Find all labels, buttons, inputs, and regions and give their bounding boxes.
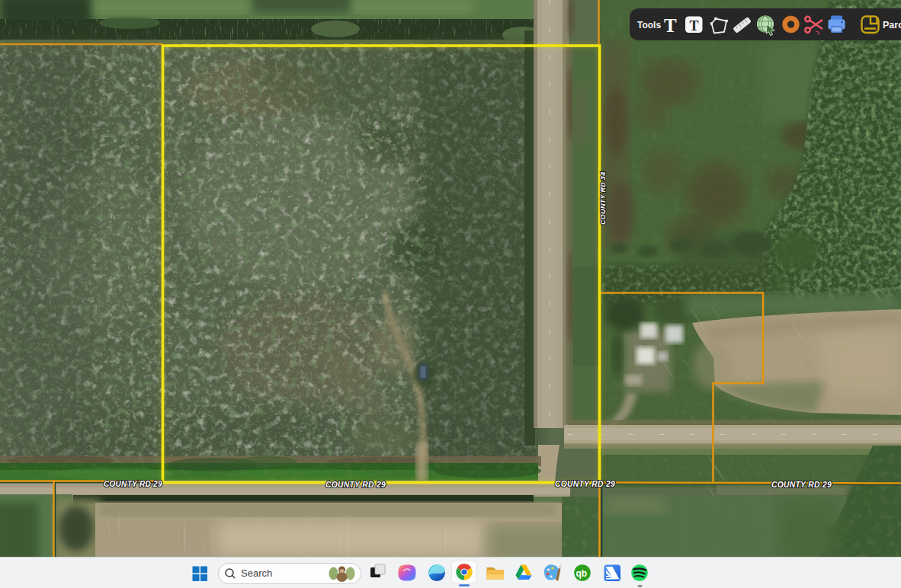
svg-text:COUNTY RD 29: COUNTY RD 29 [104, 480, 162, 488]
svg-text:COUNTY RD 29: COUNTY RD 29 [325, 481, 386, 489]
svg-text:COUNTY RD 29: COUNTY RD 29 [771, 481, 832, 489]
svg-text:T: T [664, 15, 677, 36]
svg-text:COUNTY RD 29: COUNTY RD 29 [555, 480, 615, 488]
svg-text:Search: Search [241, 567, 272, 579]
svg-text:Parce: Parce [883, 20, 901, 30]
svg-text:Tools: Tools [637, 20, 661, 30]
svg-text:T: T [690, 18, 699, 34]
svg-text:COUNTY RD 34: COUNTY RD 34 [599, 172, 607, 225]
svg-text:qb: qb [576, 568, 588, 579]
